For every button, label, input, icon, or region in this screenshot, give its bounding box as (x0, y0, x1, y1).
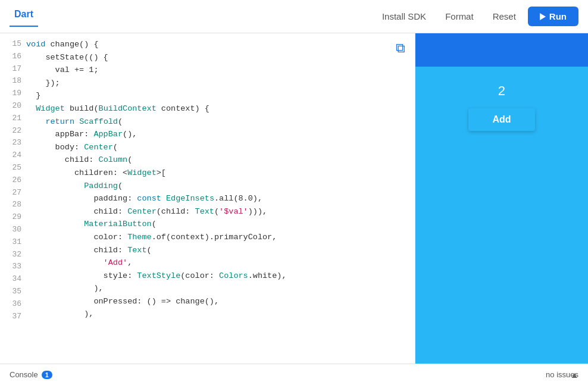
code-line: padding: const EdgeInsets.all(8.0), (26, 192, 391, 205)
line-number: 19 (5, 87, 21, 100)
code-line: child: Text( (26, 244, 391, 257)
code-line: onPressed: () => change(), (26, 295, 391, 308)
play-icon (540, 13, 546, 20)
header-actions: Install SDK Format Reset Run (375, 7, 578, 26)
add-button[interactable]: Add (468, 108, 534, 131)
copy-button[interactable]: ⧉ (396, 40, 405, 56)
line-number: 26 (5, 174, 21, 187)
code-line: Widget build(BuildContext context) { (26, 102, 391, 115)
console-label: Console 1 (10, 370, 52, 379)
line-number: 17 (5, 63, 21, 76)
code-line: val += 1; (26, 64, 391, 77)
format-button[interactable]: Format (438, 8, 481, 25)
line-number: 22 (5, 125, 21, 137)
line-number: 20 (5, 100, 21, 112)
line-number: 35 (5, 286, 21, 298)
line-number: 21 (5, 112, 21, 125)
copy-icon: ⧉ (396, 40, 405, 55)
code-line: appBar: AppBar(), (26, 128, 391, 141)
counter-value: 2 (498, 83, 505, 99)
reset-button[interactable]: Reset (486, 8, 523, 25)
console-bar: Console 1 ▲ no issues (0, 364, 588, 385)
line-number: 27 (5, 187, 21, 199)
code-line: ), (26, 282, 391, 295)
line-number: 29 (5, 211, 21, 224)
code-line: }); (26, 77, 391, 90)
line-number: 25 (5, 162, 21, 174)
code-line: return Scaffold( (26, 115, 391, 129)
code-line: 'Add', (26, 256, 391, 270)
no-issues-label: no issues (546, 370, 578, 379)
header: Dart Install SDK Format Reset Run (0, 0, 588, 33)
line-number: 16 (5, 51, 21, 63)
code-lines: void change() { setState(() { val += 1; … (26, 38, 415, 359)
preview-pane: 2 Add (415, 33, 588, 364)
line-number: 23 (5, 137, 21, 149)
code-line: body: Center( (26, 141, 391, 154)
code-area[interactable]: 1516171819202122232425262728293031323334… (0, 33, 415, 364)
line-number: 37 (5, 311, 21, 323)
preview-content: 2 Add (468, 67, 534, 131)
code-line: child: Column( (26, 154, 391, 167)
line-number: 31 (5, 236, 21, 249)
preview-top-bar (415, 33, 588, 67)
line-number: 36 (5, 298, 21, 311)
tab-dart[interactable]: Dart (10, 7, 38, 27)
code-line: setState(() { (26, 51, 391, 64)
code-line: style: TextStyle(color: Colors.white), (26, 270, 391, 283)
main-area: 1516171819202122232425262728293031323334… (0, 33, 588, 364)
line-number: 28 (5, 199, 21, 211)
line-number: 18 (5, 75, 21, 87)
run-button[interactable]: Run (528, 7, 578, 26)
line-number: 15 (5, 38, 21, 51)
console-text: Console (10, 370, 38, 379)
code-line: Padding( (26, 180, 391, 193)
line-number: 32 (5, 249, 21, 261)
line-number: 33 (5, 261, 21, 273)
run-label: Run (549, 11, 567, 21)
line-number: 24 (5, 149, 21, 162)
code-line: } (26, 89, 391, 102)
code-line: ), (26, 308, 391, 321)
editor-pane: 1516171819202122232425262728293031323334… (0, 33, 415, 364)
code-line: color: Theme.of(context).primaryColor, (26, 231, 391, 244)
install-sdk-button[interactable]: Install SDK (375, 8, 433, 25)
code-line: children: <Widget>[ (26, 167, 391, 180)
code-line: child: Center(child: Text('$val'))), (26, 205, 391, 218)
console-badge: 1 (42, 371, 52, 379)
code-line: void change() { (26, 38, 391, 51)
code-line: MaterialButton( (26, 218, 391, 231)
line-number: 30 (5, 224, 21, 236)
line-numbers: 1516171819202122232425262728293031323334… (0, 38, 26, 359)
line-number: 34 (5, 273, 21, 286)
